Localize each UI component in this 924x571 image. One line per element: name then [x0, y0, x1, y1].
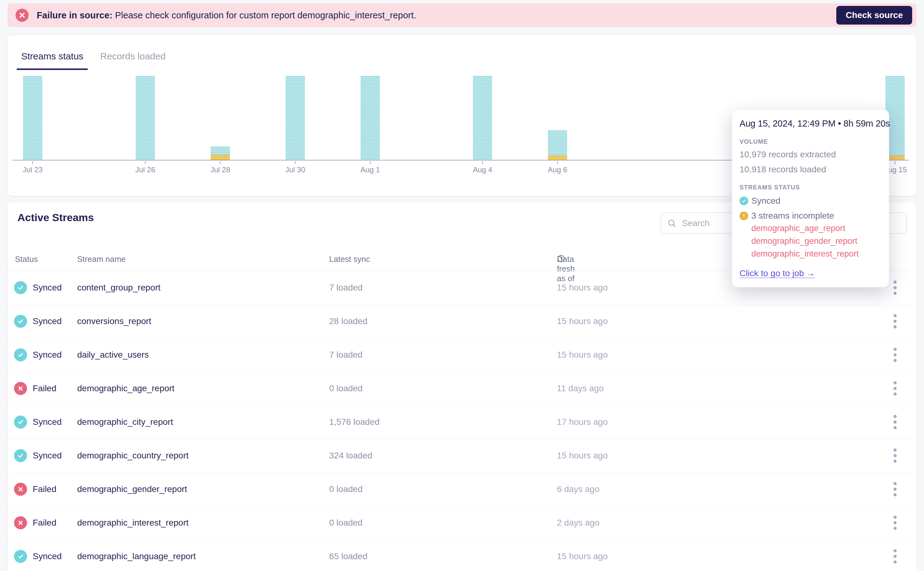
table-row-demographic_city_report: Synceddemographic_city_report1,576 loade… [8, 405, 916, 439]
chart-bar-jul-26[interactable] [136, 76, 155, 160]
x-axis-tick [32, 161, 33, 164]
tooltip-loaded: 10,918 records loaded [740, 165, 882, 174]
failed-x-icon [14, 516, 27, 529]
data-fresh-value: 15 hours ago [557, 551, 607, 561]
row-actions-kebab-icon[interactable] [890, 512, 900, 533]
chart-bar-jul-30[interactable] [286, 76, 305, 160]
row-actions-kebab-icon[interactable] [890, 378, 900, 399]
column-data-fresh: Data fresh as of [557, 255, 565, 263]
table-row-demographic_language_report: Synceddemographic_language_report65 load… [8, 540, 916, 571]
column-latest-sync: Latest sync [329, 255, 370, 264]
latest-sync-value: 7 loaded [329, 350, 362, 360]
stream-name: content_group_report [77, 283, 161, 293]
error-banner: Failure in source: Please check configur… [8, 3, 916, 27]
sync-tooltip: Aug 15, 2024, 12:49 PM • 8h 59m 20s VOLU… [732, 110, 889, 287]
chart-bar-aug-4[interactable] [473, 76, 492, 160]
data-fresh-value: 17 hours ago [557, 417, 607, 427]
incomplete-stream-link-demographic_interest_report[interactable]: demographic_interest_report [751, 248, 882, 260]
chart-bar-jul-28[interactable] [211, 147, 230, 160]
x-axis-label: Aug 1 [361, 165, 380, 174]
tooltip-incomplete-row: 3 streams incomplete [740, 211, 882, 221]
data-fresh-value: 15 hours ago [557, 283, 607, 293]
check-source-button[interactable]: Check source [836, 6, 912, 25]
tooltip-title: Aug 15, 2024, 12:49 PM • 8h 59m 20s [740, 119, 882, 129]
incomplete-stream-links: demographic_age_reportdemographic_gender… [740, 222, 882, 260]
chart-bar-warning-segment [211, 155, 230, 160]
data-fresh-value: 11 days ago [557, 383, 604, 394]
failed-x-icon [14, 483, 27, 496]
status-label: Synced [32, 417, 62, 427]
stream-name: daily_active_users [77, 350, 149, 360]
latest-sync-value: 324 loaded [329, 451, 372, 461]
data-fresh-value: 15 hours ago [557, 316, 607, 326]
data-fresh-value: 2 days ago [557, 518, 600, 528]
latest-sync-value: 7 loaded [329, 283, 362, 293]
latest-sync-value: 65 loaded [329, 551, 368, 561]
row-actions-kebab-icon[interactable] [890, 445, 900, 466]
incomplete-stream-link-demographic_gender_report[interactable]: demographic_gender_report [751, 235, 882, 248]
synced-check-icon [14, 550, 27, 563]
x-axis-tick [220, 161, 221, 164]
row-actions-kebab-icon[interactable] [890, 278, 900, 298]
status-label: Synced [32, 350, 62, 360]
status-label: Failed [32, 383, 56, 394]
search-icon [667, 218, 677, 228]
row-actions-kebab-icon[interactable] [890, 344, 900, 365]
synced-check-icon [14, 449, 27, 462]
status-label: Synced [32, 451, 62, 461]
stream-name: demographic_interest_report [77, 518, 189, 528]
synced-check-icon [14, 348, 27, 361]
row-actions-kebab-icon[interactable] [890, 479, 900, 500]
tab-streams-status[interactable]: Streams status [17, 46, 88, 70]
table-row-demographic_country_report: Synceddemographic_country_report324 load… [8, 439, 916, 472]
table-row-daily_active_users: Synceddaily_active_users7 loaded15 hours… [8, 338, 916, 372]
tooltip-streams-status-label: STREAMS STATUS [740, 184, 882, 191]
latest-sync-value: 1,576 loaded [329, 417, 380, 427]
stream-name: demographic_country_report [77, 451, 189, 461]
column-stream-name: Stream name [77, 255, 126, 264]
tooltip-volume-label: VOLUME [740, 138, 882, 145]
x-axis-label: Aug 6 [548, 165, 567, 174]
failed-x-icon [14, 382, 27, 395]
tab-records-loaded[interactable]: Records loaded [96, 46, 170, 70]
chart-tabs: Streams status Records loaded [17, 46, 170, 70]
status-label: Failed [32, 518, 56, 528]
stream-name: demographic_age_report [77, 383, 175, 394]
tooltip-synced-row: Synced [740, 196, 882, 206]
banner-message: Failure in source: Please check configur… [37, 10, 416, 20]
status-label: Synced [32, 551, 62, 561]
tooltip-extracted: 10,979 records extracted [740, 150, 882, 159]
data-fresh-value: 6 days ago [557, 484, 600, 494]
x-axis-tick [557, 161, 558, 164]
latest-sync-value: 0 loaded [329, 484, 362, 494]
x-axis-tick [370, 161, 371, 164]
go-to-job-link[interactable]: Click to go to job → [740, 269, 815, 278]
table-row-conversions_report: Syncedconversions_report28 loaded15 hour… [8, 304, 916, 338]
stream-name: demographic_gender_report [77, 484, 187, 494]
error-circle-icon [15, 9, 29, 22]
table-row-demographic_interest_report: Faileddemographic_interest_report0 loade… [8, 506, 916, 540]
data-fresh-value: 15 hours ago [557, 350, 607, 360]
latest-sync-value: 28 loaded [329, 316, 368, 326]
row-actions-kebab-icon[interactable] [890, 412, 900, 432]
incomplete-stream-link-demographic_age_report[interactable]: demographic_age_report [751, 222, 882, 235]
data-fresh-value: 15 hours ago [557, 451, 607, 461]
x-axis-label: Jul 26 [135, 165, 155, 174]
chart-bar-aug-6[interactable] [548, 130, 567, 160]
x-axis-tick [145, 161, 145, 164]
synced-check-icon [14, 281, 27, 294]
table-row-demographic_age_report: Faileddemographic_age_report0 loaded11 d… [8, 372, 916, 405]
stream-name: demographic_city_report [77, 417, 173, 427]
streams-table: Syncedcontent_group_report7 loaded15 hou… [8, 271, 916, 571]
x-axis-tick [895, 161, 895, 164]
chart-bar-jul-23[interactable] [23, 76, 42, 160]
chart-bar-aug-1[interactable] [361, 76, 380, 160]
status-label: Synced [32, 283, 62, 293]
synced-check-icon [14, 315, 27, 328]
warning-icon [740, 211, 748, 220]
row-actions-kebab-icon[interactable] [890, 546, 900, 566]
status-label: Failed [32, 484, 56, 494]
x-axis-label: Jul 30 [285, 165, 305, 174]
row-actions-kebab-icon[interactable] [890, 311, 900, 332]
x-axis-label: Jul 23 [23, 165, 43, 174]
